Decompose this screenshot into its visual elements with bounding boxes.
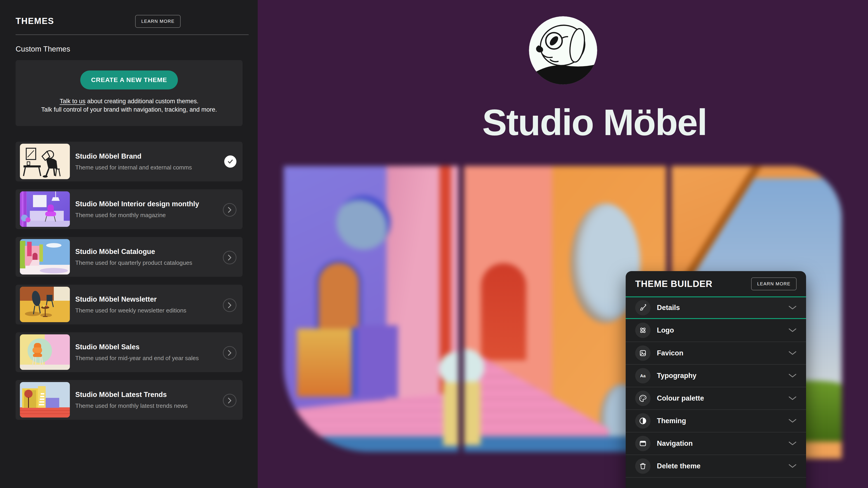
palette-icon	[635, 391, 651, 406]
helper-line1: about creating additional custom themes.	[86, 98, 198, 105]
theme-title: Studio Möbel Newsletter	[75, 295, 215, 303]
chevron-down-icon	[788, 373, 797, 378]
theme-title: Studio Möbel Sales	[75, 343, 215, 351]
builder-item-label: Typography	[657, 372, 696, 380]
theme-card-text: Studio Möbel Interior design monthlyThem…	[75, 189, 215, 229]
builder-item-label: Favicon	[657, 349, 683, 357]
hero-slice-left	[284, 166, 458, 452]
theme-title: Studio Möbel Latest Trends	[75, 391, 215, 399]
theme-card-text: Studio Möbel CatalogueTheme used for qua…	[75, 237, 215, 277]
builder-item-label: Delete theme	[657, 462, 701, 470]
builder-item-label: Navigation	[657, 440, 692, 448]
app-root: Studio Möbel THEME BUILDER LEARN MORE De…	[0, 0, 868, 488]
theme-card[interactable]: Studio Möbel CatalogueTheme used for qua…	[16, 237, 243, 277]
theme-card[interactable]: Studio Möbel BrandTheme used for interna…	[16, 142, 243, 182]
create-new-theme-button[interactable]: CREATE A NEW THEME	[80, 70, 178, 90]
theme-builder-title: THEME BUILDER	[635, 279, 712, 289]
theme-description: Theme used for internal and external com…	[75, 164, 215, 171]
create-theme-card: CREATE A NEW THEME Talk to us about crea…	[16, 60, 243, 126]
chevron-right-icon[interactable]	[223, 251, 237, 264]
builder-item-label: Details	[657, 304, 680, 312]
talk-to-us-link[interactable]: Talk to us	[60, 98, 86, 105]
builder-item-theming[interactable]: Theming	[626, 410, 806, 432]
paintbrush-icon	[635, 300, 651, 315]
builder-item-navigation[interactable]: Navigation	[626, 432, 806, 455]
builder-item-label: Logo	[657, 326, 674, 334]
builder-item-typography[interactable]: AaTypography	[626, 364, 806, 387]
theme-card-text: Studio Möbel BrandTheme used for interna…	[75, 142, 215, 182]
logo-mark-icon	[635, 323, 651, 338]
chevron-right-icon[interactable]	[223, 346, 237, 360]
theme-builder-panel: THEME BUILDER LEARN MORE DetailsLogoFavi…	[626, 271, 806, 488]
helper-line2: Talk full control of your brand with nav…	[41, 106, 217, 113]
builder-item-colour-palette[interactable]: Colour palette	[626, 387, 806, 410]
theme-thumbnail	[20, 334, 70, 370]
theme-description: Theme used for monthly latest trends new…	[75, 402, 215, 410]
selected-check-icon	[224, 156, 237, 168]
theme-card-text: Studio Möbel SalesTheme used for mid-yea…	[75, 332, 215, 372]
theme-builder-menu: DetailsLogoFaviconAaTypographyColour pal…	[626, 296, 806, 477]
header-divider	[16, 34, 249, 35]
builder-item-label: Theming	[657, 417, 686, 425]
theme-description: Theme used for quarterly product catalog…	[75, 259, 215, 266]
theme-thumbnail	[20, 382, 70, 418]
theme-card[interactable]: Studio Möbel Latest TrendsTheme used for…	[16, 380, 243, 420]
theme-title: Studio Möbel Catalogue	[75, 248, 215, 256]
browser-window-icon	[635, 436, 651, 451]
chevron-down-icon	[788, 351, 797, 355]
theme-card[interactable]: Studio Möbel Interior design monthlyThem…	[16, 189, 243, 229]
chevron-right-icon[interactable]	[223, 298, 237, 312]
themes-sidebar: THEMES LEARN MORE Custom Themes CREATE A…	[0, 0, 258, 488]
theme-thumbnail	[20, 144, 70, 179]
chevron-down-icon	[788, 305, 797, 310]
create-theme-helper-text: Talk to us about creating additional cus…	[16, 97, 243, 114]
chevron-right-icon[interactable]	[223, 394, 237, 408]
themes-learn-more-button[interactable]: LEARN MORE	[135, 15, 181, 28]
svg-text:Aa: Aa	[640, 373, 646, 378]
theme-builder-header: THEME BUILDER LEARN MORE	[626, 271, 806, 296]
theme-title: Studio Möbel Brand	[75, 152, 215, 160]
theme-thumbnail	[20, 191, 70, 227]
theme-thumbnail	[20, 239, 70, 274]
theme-card[interactable]: Studio Möbel SalesTheme used for mid-yea…	[16, 332, 243, 372]
trash-icon	[635, 458, 651, 474]
theme-description: Theme used for weekly newsletter edition…	[75, 307, 215, 314]
contrast-icon	[635, 413, 651, 429]
theme-card-text: Studio Möbel Latest TrendsTheme used for…	[75, 380, 215, 420]
chevron-down-icon	[788, 419, 797, 423]
chevron-down-icon	[788, 328, 797, 332]
theme-title: Studio Möbel Interior design monthly	[75, 200, 215, 208]
image-icon	[635, 346, 651, 361]
brand-preview-pane: Studio Möbel THEME BUILDER LEARN MORE De…	[258, 0, 868, 488]
dog-logo-icon	[529, 16, 597, 85]
chevron-down-icon	[788, 464, 797, 468]
chevron-right-icon[interactable]	[223, 203, 237, 217]
builder-item-delete-theme[interactable]: Delete theme	[626, 455, 806, 477]
theme-thumbnail	[20, 287, 70, 322]
theme-card-text: Studio Möbel NewsletterTheme used for we…	[75, 285, 215, 324]
chevron-down-icon	[788, 396, 797, 400]
theme-card[interactable]: Studio Möbel NewsletterTheme used for we…	[16, 285, 243, 324]
custom-themes-heading: Custom Themes	[16, 45, 70, 53]
theme-description: Theme used for monthly magazine	[75, 212, 215, 219]
chevron-down-icon	[788, 441, 797, 446]
typography-icon: Aa	[635, 368, 651, 383]
builder-item-label: Colour palette	[657, 394, 704, 402]
builder-item-favicon[interactable]: Favicon	[626, 341, 806, 364]
builder-item-logo[interactable]: Logo	[626, 319, 806, 341]
builder-item-details[interactable]: Details	[626, 296, 806, 319]
themes-title: THEMES	[16, 16, 54, 26]
brand-wordmark: Studio Möbel	[402, 101, 786, 144]
builder-panel-tail	[626, 477, 806, 488]
theme-description: Theme used for mid-year and end of year …	[75, 355, 215, 362]
builder-learn-more-button[interactable]: LEARN MORE	[751, 278, 797, 290]
